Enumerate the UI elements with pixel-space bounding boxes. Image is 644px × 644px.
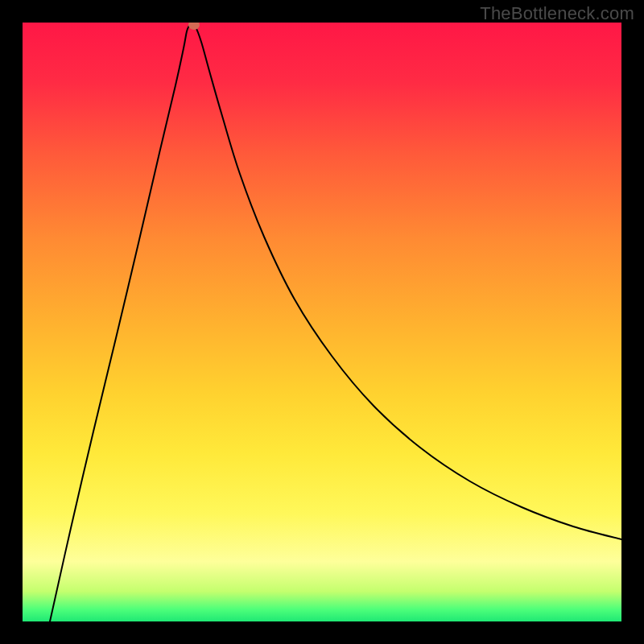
chart-frame xyxy=(23,23,621,621)
bottleneck-curve xyxy=(50,25,621,621)
chart-svg xyxy=(23,23,621,621)
watermark-label: TheBottleneck.com xyxy=(480,3,634,24)
vertex-marker xyxy=(188,23,200,30)
